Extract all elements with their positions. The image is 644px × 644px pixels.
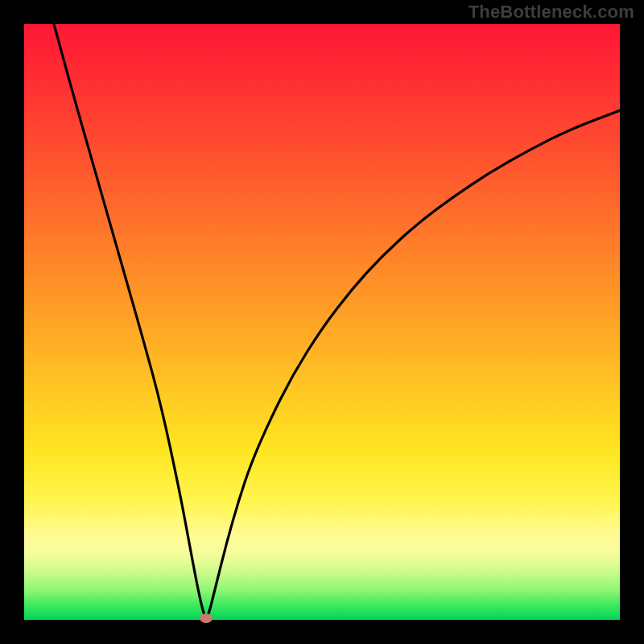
plot-area <box>24 24 620 620</box>
watermark-text: TheBottleneck.com <box>469 2 634 23</box>
chart-frame: TheBottleneck.com <box>0 0 644 644</box>
minimum-marker <box>200 613 213 623</box>
curve-svg <box>24 24 620 620</box>
bottleneck-curve-path <box>54 24 620 617</box>
